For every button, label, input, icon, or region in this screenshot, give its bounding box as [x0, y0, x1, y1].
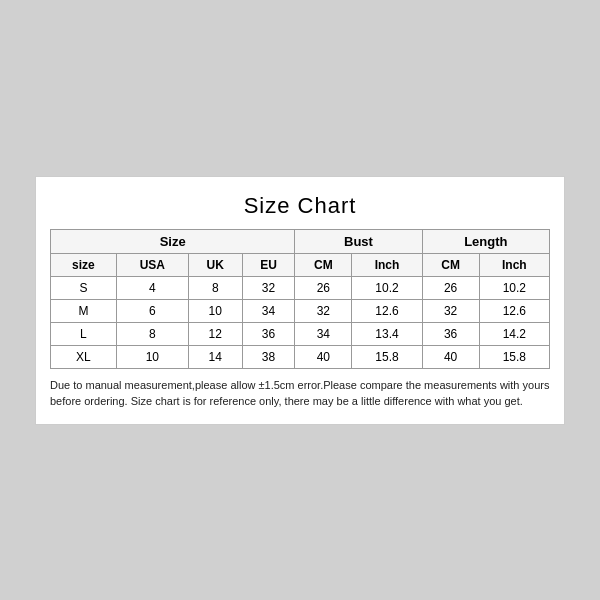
col-usa: USA — [116, 253, 188, 276]
table-cell: 40 — [295, 345, 352, 368]
col-size: size — [51, 253, 117, 276]
table-cell: M — [51, 299, 117, 322]
table-cell: 32 — [295, 299, 352, 322]
group-header-size: Size — [51, 229, 295, 253]
table-cell: XL — [51, 345, 117, 368]
table-cell: 38 — [242, 345, 295, 368]
table-cell: 36 — [422, 322, 479, 345]
chart-title: Size Chart — [50, 193, 550, 219]
size-table: Size Bust Length size USA UK EU CM Inch … — [50, 229, 550, 369]
col-len-inch: Inch — [479, 253, 549, 276]
size-chart-card: Size Chart Size Bust Length size USA UK … — [35, 176, 565, 425]
table-row: S48322610.22610.2 — [51, 276, 550, 299]
table-cell: 15.8 — [479, 345, 549, 368]
group-header-length: Length — [422, 229, 549, 253]
table-row: L812363413.43614.2 — [51, 322, 550, 345]
col-eu: EU — [242, 253, 295, 276]
table-cell: 10 — [116, 345, 188, 368]
table-cell: 32 — [422, 299, 479, 322]
table-cell: 34 — [295, 322, 352, 345]
table-cell: 12 — [188, 322, 242, 345]
table-cell: 32 — [242, 276, 295, 299]
table-cell: 10 — [188, 299, 242, 322]
table-cell: 10.2 — [352, 276, 422, 299]
col-uk: UK — [188, 253, 242, 276]
table-cell: 14.2 — [479, 322, 549, 345]
table-cell: S — [51, 276, 117, 299]
col-bust-cm: CM — [295, 253, 352, 276]
col-bust-inch: Inch — [352, 253, 422, 276]
table-cell: 10.2 — [479, 276, 549, 299]
table-cell: 6 — [116, 299, 188, 322]
table-cell: 15.8 — [352, 345, 422, 368]
table-cell: L — [51, 322, 117, 345]
table-cell: 40 — [422, 345, 479, 368]
table-cell: 34 — [242, 299, 295, 322]
table-row: XL1014384015.84015.8 — [51, 345, 550, 368]
table-cell: 14 — [188, 345, 242, 368]
table-cell: 26 — [295, 276, 352, 299]
table-cell: 12.6 — [479, 299, 549, 322]
group-header-bust: Bust — [295, 229, 422, 253]
table-cell: 4 — [116, 276, 188, 299]
table-cell: 36 — [242, 322, 295, 345]
note-text: Due to manual measurement,please allow ±… — [50, 377, 550, 410]
table-cell: 8 — [188, 276, 242, 299]
table-cell: 8 — [116, 322, 188, 345]
table-row: M610343212.63212.6 — [51, 299, 550, 322]
col-len-cm: CM — [422, 253, 479, 276]
table-cell: 26 — [422, 276, 479, 299]
table-cell: 12.6 — [352, 299, 422, 322]
table-cell: 13.4 — [352, 322, 422, 345]
